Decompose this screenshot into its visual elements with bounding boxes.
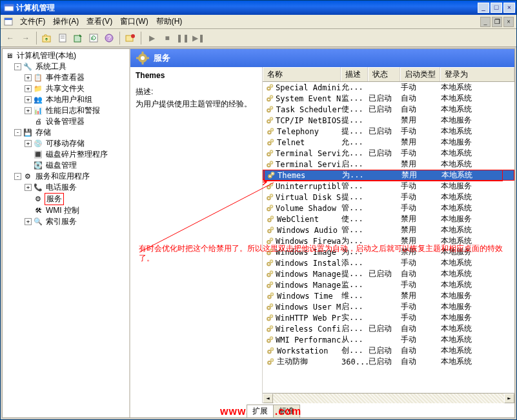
tree-perf[interactable]: 性能日志和警报 xyxy=(45,105,101,116)
col-startup[interactable]: 启动类型 xyxy=(400,67,440,81)
refresh-button[interactable] xyxy=(86,31,101,45)
expand-icon[interactable]: + xyxy=(25,184,32,191)
stop-button[interactable]: ■ xyxy=(160,31,174,45)
start-button[interactable]: ▶ xyxy=(145,31,159,45)
expand-icon[interactable]: + xyxy=(25,107,32,114)
table-row[interactable]: Special Admini...允...手动本地系统 xyxy=(263,82,514,93)
table-row[interactable]: Workstation创...已启动自动本地系统 xyxy=(263,345,514,356)
up-button[interactable] xyxy=(40,31,54,45)
col-name[interactable]: 名称 xyxy=(263,67,341,81)
cell-desc: 提... xyxy=(341,192,369,203)
tree-users[interactable]: 本地用户和组 xyxy=(45,94,94,105)
table-row[interactable]: Wireless Confi...启...已启动自动本地系统 xyxy=(263,323,514,334)
tree-devmgr[interactable]: 设备管理器 xyxy=(45,116,86,127)
expand-icon[interactable]: + xyxy=(25,74,32,81)
table-row[interactable]: Windows Installer添...手动本地系统 xyxy=(263,257,514,268)
menubar: 文件(F) 操作(A) 查看(V) 窗口(W) 帮助(H) _ ❐ × xyxy=(1,15,516,29)
mdi-close-button[interactable]: × xyxy=(503,17,514,27)
table-row[interactable]: WinHTTP Web Pr...实...手动本地服务 xyxy=(263,312,514,323)
table-row[interactable]: WebClient使...禁用本地服务 xyxy=(263,214,514,225)
table-row[interactable]: Windows Manage...监...手动本地系统 xyxy=(263,279,514,290)
table-row[interactable]: Windows User M...启...手动本地服务 xyxy=(263,301,514,312)
tree-root[interactable]: 计算机管理(本地) xyxy=(15,50,77,61)
cell-status: 已启动 xyxy=(369,356,401,367)
scroll-right-button[interactable]: ► xyxy=(504,394,514,403)
table-row[interactable]: TCP/IP NetBIOS...提...禁用本地服务 xyxy=(263,115,514,126)
desc-text: 为用户提供使用主题管理的经验。 xyxy=(136,99,257,110)
export-button[interactable] xyxy=(71,31,85,45)
event-icon: 📋 xyxy=(33,74,43,83)
tree-storage[interactable]: 存储 xyxy=(34,127,52,138)
scroll-left-button[interactable]: ◄ xyxy=(263,394,273,403)
col-logon[interactable]: 登录为 xyxy=(440,67,514,81)
horizontal-scrollbar[interactable]: ◄ ► xyxy=(263,393,514,403)
tree-shared[interactable]: 共享文件夹 xyxy=(45,83,86,94)
tree-telephony[interactable]: 电话服务 xyxy=(45,182,78,193)
table-row[interactable]: Windows Firewa...为...禁用本地系统 xyxy=(263,235,514,246)
cell-startup: 手动 xyxy=(401,192,441,203)
svg-point-55 xyxy=(272,173,273,174)
tree-defrag[interactable]: 磁盘碎片整理程序 xyxy=(45,149,109,160)
tree-index[interactable]: 索引服务 xyxy=(45,216,78,227)
table-row[interactable]: Task Scheduler使...已启动自动本地系统 xyxy=(263,104,514,115)
tree-removable[interactable]: 可移动存储 xyxy=(45,138,86,149)
tree-systools[interactable]: 系统工具 xyxy=(34,61,68,72)
svg-point-85 xyxy=(268,263,269,265)
col-status[interactable]: 状态 xyxy=(368,67,400,81)
collapse-icon[interactable]: - xyxy=(14,63,21,70)
expand-icon[interactable]: + xyxy=(25,96,32,103)
menu-window[interactable]: 窗口(W) xyxy=(116,15,152,28)
table-row[interactable]: Windows Audio管...禁用本地系统 xyxy=(263,225,514,235)
help-button[interactable]: ? xyxy=(102,31,116,45)
expand-icon[interactable]: + xyxy=(25,218,32,225)
tree-services[interactable]: 服务 xyxy=(45,193,64,205)
expand-icon[interactable]: + xyxy=(25,140,32,147)
back-button[interactable]: ← xyxy=(3,31,17,45)
mdi-minimize-button[interactable]: _ xyxy=(480,17,491,27)
properties-button[interactable] xyxy=(56,31,70,45)
table-row[interactable]: Terminal Services允...已启动手动本地系统 xyxy=(263,148,514,159)
tree-event[interactable]: 事件查看器 xyxy=(45,72,86,83)
svg-point-51 xyxy=(270,162,272,163)
menu-action[interactable]: 操作(A) xyxy=(49,15,83,28)
table-row[interactable]: Themes为...禁用本地系统 xyxy=(263,170,514,181)
table-row[interactable]: Telephony提...已启动手动本地系统 xyxy=(263,126,514,137)
collapse-icon[interactable]: - xyxy=(14,129,21,136)
menu-file[interactable]: 文件(F) xyxy=(16,15,49,28)
forward-button[interactable]: → xyxy=(19,31,33,45)
menu-view[interactable]: 查看(V) xyxy=(83,15,116,28)
table-row[interactable]: Volume Shadow ...管...手动本地系统 xyxy=(263,203,514,214)
cell-desc: 提... xyxy=(341,268,369,279)
table-row[interactable]: System Event N...监...已启动自动本地系统 xyxy=(263,93,514,104)
close-button[interactable]: × xyxy=(503,3,515,13)
table-row[interactable]: 主动防御360...已启动自动本地系统 xyxy=(263,356,514,367)
service-icon xyxy=(265,357,276,366)
table-row[interactable]: WMI Performanc...从...手动本地系统 xyxy=(263,334,514,345)
table-row[interactable]: Windows Manage...提...已启动自动本地系统 xyxy=(263,268,514,279)
table-row[interactable]: Terminal Servi...启...禁用本地系统 xyxy=(263,159,514,170)
pause-button[interactable]: ❚❚ xyxy=(176,31,190,45)
tree-wmi[interactable]: WMI 控制 xyxy=(45,205,81,216)
service-icon xyxy=(265,160,274,169)
table-row[interactable]: Windows Image ...为...禁用本地服务 xyxy=(263,246,514,257)
table-row[interactable]: Telnet允...禁用本地服务 xyxy=(263,137,514,148)
restart-button[interactable]: ▶❚ xyxy=(191,31,205,45)
expand-icon[interactable]: + xyxy=(25,85,32,92)
menu-help[interactable]: 帮助(H) xyxy=(152,15,187,28)
collapse-icon[interactable]: - xyxy=(14,173,21,180)
col-desc[interactable]: 描述 xyxy=(341,67,368,81)
minimize-button[interactable]: _ xyxy=(478,3,489,13)
titlebar: 计算机管理 _ □ × xyxy=(1,1,516,15)
tree-svcapps[interactable]: 服务和应用程序 xyxy=(34,171,91,182)
cell-startup: 手动 xyxy=(401,257,441,268)
mdi-restore-button[interactable]: ❐ xyxy=(492,17,502,27)
ext-button[interactable] xyxy=(123,31,137,45)
table-row[interactable]: Windows Time维...禁用本地服务 xyxy=(263,290,514,301)
table-row[interactable]: Virtual Disk S...提...手动本地系统 xyxy=(263,192,514,203)
tab-extended[interactable]: 扩展 xyxy=(247,405,274,417)
table-row[interactable]: Uninterruptibl...管...手动本地服务 xyxy=(263,181,514,192)
tree-diskmgmt[interactable]: 磁盘管理 xyxy=(45,160,78,171)
maximize-button[interactable]: □ xyxy=(491,3,502,13)
nav-tree[interactable]: 🖥计算机管理(本地) -🔧系统工具 +📋事件查看器 +📁共享文件夹 +👥本地用户… xyxy=(3,49,130,417)
services-list[interactable]: Special Admini...允...手动本地系统System Event … xyxy=(263,82,514,393)
